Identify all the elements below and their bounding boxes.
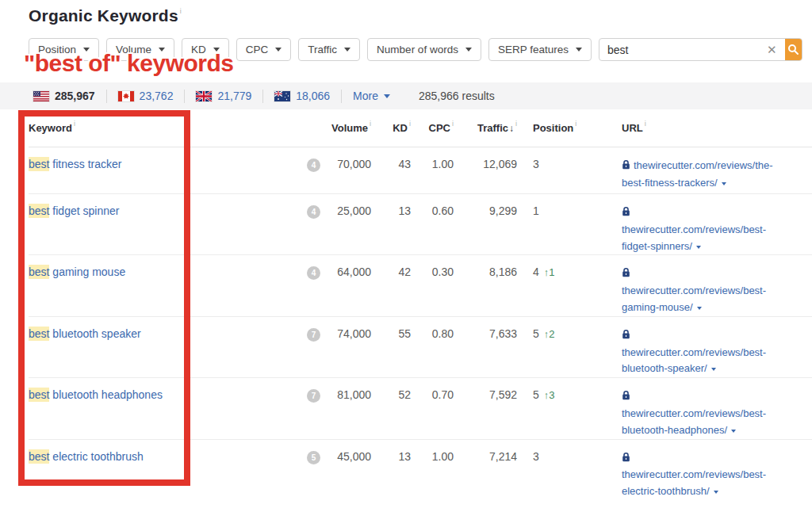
serp-features-count-badge[interactable]: 7 — [307, 389, 320, 403]
lock-icon — [622, 451, 630, 468]
traffic-cell: 8,186 — [454, 255, 517, 278]
keyword-search-box: ✕ — [599, 38, 802, 61]
keyword-cell: best bluetooth headphones — [29, 378, 298, 401]
position-cell: 5↑3 — [517, 378, 622, 401]
flag-us-icon — [33, 91, 49, 101]
keyword-link[interactable]: best bluetooth speaker — [29, 327, 141, 341]
country-keyword-count: 18,066 — [296, 90, 330, 102]
serp-features-count-badge[interactable]: 4 — [307, 159, 320, 172]
filter-dropdown-cpc[interactable]: CPC — [236, 38, 292, 61]
lock-icon — [622, 266, 630, 283]
more-countries-dropdown[interactable]: More — [353, 90, 390, 102]
country-keyword-count: 21,779 — [217, 90, 251, 102]
keyword-link[interactable]: best gaming mouse — [29, 265, 125, 279]
column-header-position[interactable]: Positioni — [517, 122, 622, 134]
url-cell: thewirecutter.com/reviews/best-gaming-mo… — [622, 255, 812, 315]
serp-features-count-badge[interactable]: 4 — [307, 266, 320, 280]
info-icon: i — [645, 120, 646, 128]
volume-cell: 45,000 — [325, 440, 371, 463]
volume-cell: 25,000 — [325, 194, 371, 217]
table-row: best fitness tracker470,000431.0012,0693… — [29, 147, 812, 194]
chevron-down-icon — [465, 48, 472, 52]
traffic-cell: 7,214 — [454, 440, 517, 463]
filter-label: SERP features — [498, 44, 569, 55]
lock-icon — [622, 328, 630, 345]
keyword-cell: best gaming mouse — [29, 255, 298, 278]
url-link[interactable]: thewirecutter.com/reviews/best-electric-… — [622, 452, 766, 498]
highlighted-term: best — [29, 449, 49, 464]
country-keyword-count: 285,967 — [55, 90, 95, 102]
serp-features-count-badge[interactable]: 4 — [307, 205, 320, 219]
search-button[interactable] — [785, 39, 802, 60]
filter-label: Traffic — [308, 44, 337, 55]
filter-label: Number of words — [377, 44, 458, 55]
serp-features-cell: 4 — [298, 147, 325, 172]
keyword-link[interactable]: best electric toothbrush — [29, 449, 144, 464]
lock-icon — [622, 389, 630, 406]
position-cell: 1 — [517, 194, 622, 217]
chevron-down-icon — [696, 246, 701, 249]
chevron-down-icon — [576, 48, 582, 52]
url-link[interactable]: thewirecutter.com/reviews/the-best-fitne… — [622, 159, 773, 189]
column-header-keyword[interactable]: Keywordi — [29, 122, 298, 134]
column-header-cpc[interactable]: CPCi — [411, 122, 454, 134]
volume-cell: 70,000 — [325, 147, 371, 170]
search-input[interactable] — [599, 39, 759, 60]
country-tab-us[interactable]: 285,967 — [33, 90, 95, 102]
column-header-url[interactable]: URLi — [622, 122, 812, 134]
annotation-best-of-keywords: "best of" keywords — [24, 50, 234, 77]
cpc-cell: 0.80 — [411, 317, 454, 340]
keyword-link[interactable]: best fitness tracker — [29, 157, 122, 171]
flag-gb-icon — [196, 91, 212, 101]
position-cell: 5↑2 — [517, 317, 622, 340]
traffic-cell: 7,592 — [454, 378, 517, 401]
url-link[interactable]: thewirecutter.com/reviews/best-bluetooth… — [622, 390, 766, 436]
keyword-link[interactable]: best fidget spinner — [29, 204, 119, 218]
page-title: Organic Keywordsi — [29, 6, 182, 25]
volume-cell: 74,000 — [325, 317, 371, 340]
close-icon[interactable]: ✕ — [759, 39, 785, 60]
chevron-down-icon — [275, 48, 282, 52]
url-link[interactable]: thewirecutter.com/reviews/best-fidget-sp… — [622, 206, 766, 252]
keyword-cell: best fitness tracker — [29, 147, 298, 170]
cpc-cell: 1.00 — [411, 440, 454, 463]
country-tab-ca[interactable]: 23,762 — [118, 90, 174, 102]
column-header-traffic[interactable]: Traffic↓i — [454, 122, 517, 134]
filter-dropdown-serp-features[interactable]: SERP features — [488, 38, 592, 61]
serp-features-count-badge[interactable]: 5 — [307, 451, 320, 464]
table-row: best fidget spinner425,000130.609,2991th… — [29, 194, 812, 255]
position-change-up: ↑2 — [544, 328, 555, 340]
info-icon: i — [409, 120, 411, 128]
kd-cell: 52 — [371, 378, 411, 401]
url-cell: thewirecutter.com/reviews/best-electric-… — [622, 440, 812, 500]
kd-cell: 42 — [371, 255, 411, 278]
page-title-text: Organic Keywords — [29, 6, 178, 25]
volume-cell: 64,000 — [325, 255, 371, 278]
position-cell: 3 — [517, 147, 622, 170]
traffic-cell: 9,299 — [454, 194, 517, 217]
country-tab-au[interactable]: 18,066 — [274, 90, 330, 102]
highlighted-term: best — [29, 388, 49, 402]
keyword-cell: best fidget spinner — [29, 194, 298, 217]
traffic-cell: 12,069 — [454, 147, 517, 170]
url-link[interactable]: thewirecutter.com/reviews/best-gaming-mo… — [622, 267, 766, 313]
url-link[interactable]: thewirecutter.com/reviews/best-bluetooth… — [622, 329, 766, 375]
highlighted-term: best — [29, 265, 49, 279]
country-stats-bar: 285,96723,76221,77918,066 More 285,966 r… — [0, 82, 812, 109]
keyword-cell: best electric toothbrush — [29, 440, 298, 463]
filter-dropdown-traffic[interactable]: Traffic — [298, 38, 360, 61]
country-tab-gb[interactable]: 21,779 — [196, 90, 251, 102]
url-cell: thewirecutter.com/reviews/best-bluetooth… — [622, 317, 812, 377]
chevron-down-icon — [697, 307, 702, 310]
divider — [341, 90, 342, 103]
column-header-volume[interactable]: Volumei — [325, 122, 371, 134]
volume-cell: 81,000 — [325, 378, 371, 401]
position-change-up: ↑3 — [544, 389, 555, 401]
serp-features-cell: 5 — [298, 440, 325, 464]
chevron-down-icon — [722, 182, 726, 185]
column-header-kd[interactable]: KDi — [371, 122, 411, 134]
serp-features-count-badge[interactable]: 7 — [307, 328, 320, 342]
filter-dropdown-number-of-words[interactable]: Number of words — [367, 38, 481, 61]
table-row: best gaming mouse464,000420.308,1864↑1th… — [29, 255, 812, 316]
keyword-link[interactable]: best bluetooth headphones — [29, 388, 163, 402]
